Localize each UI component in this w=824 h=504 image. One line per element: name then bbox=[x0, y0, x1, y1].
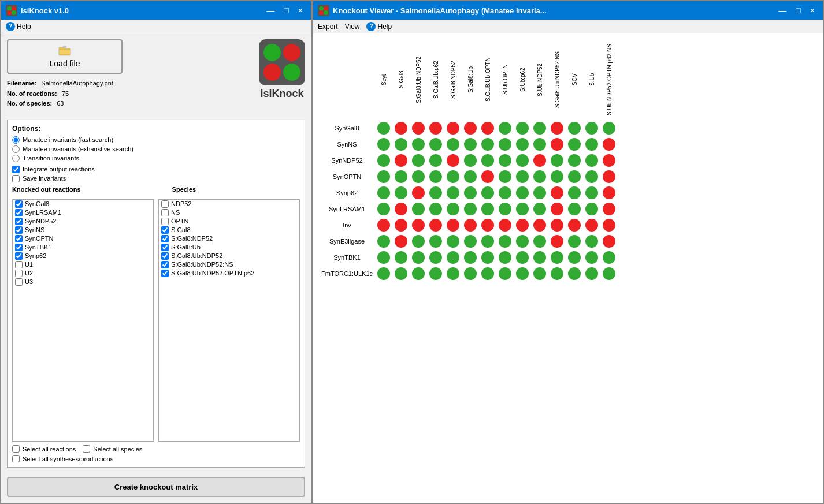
species-list-item[interactable]: S:Gal8:Ub:NDP52:OPTN:p62 bbox=[159, 269, 299, 278]
reaction-list-item[interactable]: SynLRSAM1 bbox=[13, 208, 153, 217]
green-circle bbox=[533, 267, 546, 280]
reactions-list[interactable]: SynGal8SynLRSAM1SynNDP52SynNSSynOPTNSynT… bbox=[12, 199, 154, 442]
radio-manatee-exhaustive[interactable]: Manatee invariants (exhaustive search) bbox=[12, 145, 300, 153]
matrix-cell bbox=[427, 266, 444, 282]
matrix-cell bbox=[410, 201, 427, 217]
reaction-list-item[interactable]: SynTBK1 bbox=[13, 243, 153, 252]
maximize-button[interactable]: □ bbox=[280, 5, 292, 16]
green-circle bbox=[603, 267, 615, 280]
col-header: S:Gal8:Ub bbox=[462, 39, 479, 120]
matrix-cell bbox=[444, 266, 462, 282]
reaction-list-item[interactable]: Synp62 bbox=[13, 252, 153, 260]
matrix-cell bbox=[583, 136, 600, 152]
species-list-item[interactable]: S:Gal8:NDP52 bbox=[159, 234, 299, 243]
red-circle bbox=[603, 154, 615, 167]
folder-icon bbox=[58, 45, 72, 57]
red-circle bbox=[516, 219, 529, 232]
red-circle bbox=[551, 235, 563, 248]
close-button[interactable]: × bbox=[295, 5, 306, 16]
matrix-cell bbox=[410, 249, 427, 266]
green-circle bbox=[585, 267, 598, 280]
red-circle bbox=[429, 219, 442, 232]
right-maximize-button[interactable]: □ bbox=[792, 5, 804, 16]
species-list-item[interactable]: S:Gal8 bbox=[159, 226, 299, 234]
right-close-button[interactable]: × bbox=[807, 5, 818, 16]
red-circle bbox=[464, 122, 477, 135]
green-circle bbox=[429, 186, 442, 199]
matrix-container[interactable]: ScytS:Gal8S:Gal8:Ub:NDP52S:Gal8:Ub:p62S:… bbox=[313, 33, 823, 503]
species-list-item[interactable]: S:Gal8:Ub:NDP52:NS bbox=[159, 260, 299, 269]
matrix-cell bbox=[514, 201, 531, 217]
matrix-cell bbox=[600, 120, 618, 136]
matrix-cell bbox=[531, 266, 548, 282]
green-circle bbox=[429, 170, 442, 183]
matrix-cell bbox=[600, 233, 618, 249]
reaction-list-item[interactable]: SynGal8 bbox=[13, 200, 153, 208]
reaction-list-item[interactable]: SynNDP52 bbox=[13, 217, 153, 226]
right-help-menu[interactable]: ? Help bbox=[366, 22, 392, 31]
select-all-species-checkbox[interactable]: Select all species bbox=[83, 445, 142, 453]
matrix-cell bbox=[583, 201, 600, 217]
row-header: SynGal8 bbox=[319, 120, 375, 136]
matrix-cell bbox=[600, 266, 618, 282]
table-row: SynLRSAM1 bbox=[319, 201, 618, 217]
red-circle bbox=[551, 186, 563, 199]
minimize-button[interactable]: — bbox=[263, 5, 278, 16]
species-list-item[interactable]: NDP52 bbox=[159, 200, 299, 208]
check-save[interactable]: Save invariants bbox=[12, 175, 300, 182]
reaction-list-item[interactable]: SynNS bbox=[13, 226, 153, 234]
green-circle bbox=[585, 186, 598, 199]
view-menu[interactable]: View bbox=[345, 23, 360, 31]
col-header: S:Gal8:NDP52 bbox=[444, 39, 462, 120]
row-header: SynLRSAM1 bbox=[319, 201, 375, 217]
reaction-list-item[interactable]: U2 bbox=[13, 269, 153, 278]
green-circle bbox=[516, 170, 529, 183]
species-list[interactable]: NDP52NSOPTNS:Gal8S:Gal8:NDP52S:Gal8:UbS:… bbox=[158, 199, 300, 442]
species-list-item[interactable]: NS bbox=[159, 208, 299, 217]
green-circle bbox=[429, 203, 442, 215]
svg-point-10 bbox=[324, 10, 328, 15]
select-all-syntheses-checkbox[interactable]: Select all syntheses/productions bbox=[12, 455, 300, 462]
columns-section: SynGal8SynLRSAM1SynNDP52SynNSSynOPTNSynT… bbox=[12, 199, 300, 442]
matrix-cell bbox=[600, 136, 618, 152]
reaction-list-item[interactable]: U3 bbox=[13, 278, 153, 286]
reaction-list-item[interactable]: SynOPTN bbox=[13, 234, 153, 243]
green-circle bbox=[412, 138, 425, 151]
green-circle bbox=[377, 186, 390, 199]
matrix-cell bbox=[444, 201, 462, 217]
svg-rect-0 bbox=[6, 5, 17, 16]
matrix-corner bbox=[319, 39, 375, 120]
red-circle bbox=[464, 219, 477, 232]
row-header: SynOPTN bbox=[319, 169, 375, 185]
matrix-cell bbox=[496, 201, 514, 217]
species-list-item[interactable]: OPTN bbox=[159, 217, 299, 226]
radio-transition[interactable]: Transition invariants bbox=[12, 155, 300, 162]
species-list-item[interactable]: S:Gal8:Ub bbox=[159, 243, 299, 252]
reaction-list-item[interactable]: U1 bbox=[13, 260, 153, 269]
red-circle bbox=[551, 138, 563, 151]
species-list-item[interactable]: S:Gal8:Ub:NDP52 bbox=[159, 252, 299, 260]
green-circle bbox=[568, 122, 581, 135]
green-circle bbox=[499, 251, 511, 264]
red-circle bbox=[429, 122, 442, 135]
green-circle bbox=[551, 154, 563, 167]
help-menu-item[interactable]: ? Help bbox=[6, 22, 31, 31]
green-circle bbox=[516, 267, 529, 280]
create-knockout-button[interactable]: Create knockout matrix bbox=[7, 477, 305, 497]
table-row: SynOPTN bbox=[319, 169, 618, 185]
red-circle bbox=[395, 219, 407, 232]
select-all-reactions-checkbox[interactable]: Select all reactions bbox=[12, 445, 76, 453]
check-integrate[interactable]: Integrate output reactions bbox=[12, 166, 300, 173]
green-circle bbox=[395, 170, 407, 183]
green-circle bbox=[481, 251, 494, 264]
green-circle bbox=[499, 235, 511, 248]
radio-group: Manatee invariants (fast search) Manatee… bbox=[12, 136, 300, 162]
export-menu[interactable]: Export bbox=[318, 23, 338, 31]
matrix-cell bbox=[531, 185, 548, 201]
right-minimize-button[interactable]: — bbox=[775, 5, 790, 16]
green-circle bbox=[481, 203, 494, 215]
green-circle bbox=[447, 235, 459, 248]
load-file-button[interactable]: Load file bbox=[7, 39, 123, 74]
radio-manatee-fast[interactable]: Manatee invariants (fast search) bbox=[12, 136, 300, 144]
matrix-cell bbox=[583, 233, 600, 249]
